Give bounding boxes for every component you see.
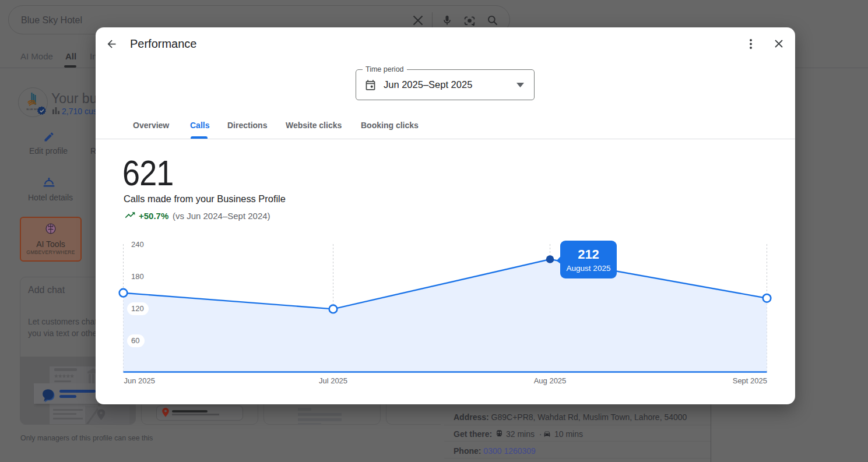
- svg-text:August 2025: August 2025: [567, 264, 611, 273]
- svg-text:120: 120: [131, 304, 144, 313]
- svg-text:60: 60: [131, 336, 139, 345]
- svg-text:180: 180: [131, 272, 144, 281]
- svg-text:Jul 2025: Jul 2025: [319, 376, 347, 385]
- svg-text:Aug 2025: Aug 2025: [534, 376, 567, 385]
- svg-text:240: 240: [131, 240, 144, 249]
- svg-text:Jun 2025: Jun 2025: [124, 376, 156, 385]
- svg-text:Sept 2025: Sept 2025: [733, 376, 767, 385]
- svg-text:212: 212: [578, 247, 599, 262]
